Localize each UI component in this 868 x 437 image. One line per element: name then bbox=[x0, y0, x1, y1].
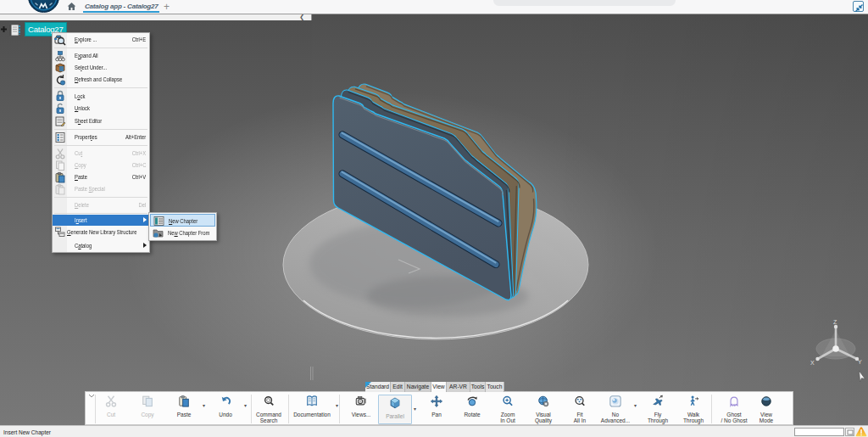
svg-text:X: X bbox=[810, 360, 815, 366]
svg-text:Y: Y bbox=[858, 359, 862, 365]
svg-text:Z: Z bbox=[833, 319, 837, 325]
